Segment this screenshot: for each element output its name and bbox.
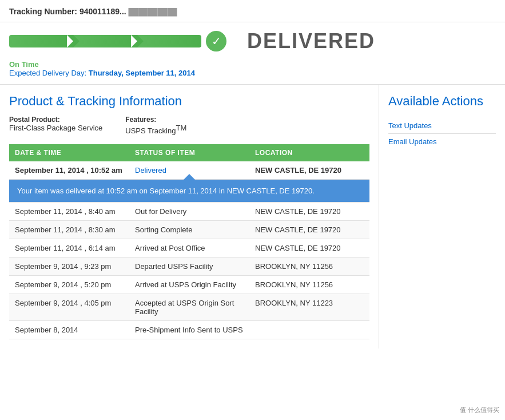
- col-header-location: LOCATION: [249, 144, 369, 161]
- table-row: September 9, 2014 , 5:20 pm Arrived at U…: [9, 276, 369, 294]
- actions-links: Text UpdatesEmail Updates: [388, 118, 496, 149]
- tracking-number-value: 940011189...: [79, 7, 126, 16]
- cell-date: September 11, 2014 , 8:40 am: [9, 203, 129, 221]
- cell-date: September 8, 2014: [9, 321, 129, 339]
- postal-product-group: Postal Product: First-Class Package Serv…: [9, 116, 102, 135]
- progress-bar: ✓: [9, 31, 226, 51]
- delivered-checkmark: ✓: [206, 31, 226, 51]
- cell-location: BROOKLYN, NY 11256: [249, 276, 369, 294]
- tracking-section: Product & Tracking Information Postal Pr…: [0, 85, 379, 348]
- main-content: Product & Tracking Information Postal Pr…: [0, 85, 505, 348]
- cell-date: September 11, 2014 , 10:52 am: [9, 161, 129, 180]
- postal-product-value: First-Class Package Service: [9, 124, 102, 132]
- delivered-link[interactable]: Delivered: [135, 166, 166, 175]
- cell-date: September 11, 2014 , 6:14 am: [9, 239, 129, 257]
- cell-date: September 9, 2014 , 9:23 pm: [9, 257, 129, 276]
- actions-section: Available Actions Text UpdatesEmail Upda…: [379, 85, 505, 348]
- table-row: September 11, 2014 , 8:40 am Out for Del…: [9, 203, 369, 221]
- features-group: Features: USPS TrackingTM: [125, 116, 186, 135]
- top-bar: Tracking Number: 940011189... ██████████: [0, 0, 505, 22]
- features-label: Features:: [125, 116, 186, 124]
- actions-title: Available Actions: [388, 94, 496, 109]
- table-row: September 9, 2014 , 9:23 pm Departed USP…: [9, 257, 369, 276]
- cell-date: September 11, 2014 , 8:30 am: [9, 221, 129, 239]
- col-header-status: STATUS OF ITEM: [129, 144, 249, 161]
- table-row: September 11, 2014 , 8:30 am Sorting Com…: [9, 221, 369, 239]
- delivered-label: DELIVERED: [247, 29, 375, 53]
- tracking-number: Tracking Number: 940011189... ██████████: [9, 7, 177, 16]
- notification-row: Your item was delivered at 10:52 am on S…: [9, 180, 369, 203]
- cell-status: Pre-Shipment Info Sent to USPS: [129, 321, 249, 339]
- progress-section: ✓ DELIVERED: [0, 22, 505, 58]
- cell-status: Arrived at Post Office: [129, 239, 249, 257]
- table-row: September 11, 2014 , 6:14 am Arrived at …: [9, 239, 369, 257]
- features-value: USPS TrackingTM: [125, 126, 186, 135]
- tracking-label: Tracking Number:: [9, 7, 77, 16]
- tracking-blur: ██████████: [129, 8, 177, 16]
- cell-location: NEW CASTLE, DE 19720: [249, 221, 369, 239]
- progress-seg-3: [137, 35, 201, 47]
- expected-label: Expected Delivery Day:: [9, 69, 86, 77]
- progress-seg-1: [9, 35, 73, 47]
- action-link-0[interactable]: Text Updates: [388, 118, 496, 134]
- cell-location: NEW CASTLE, DE 19720: [249, 239, 369, 257]
- cell-location: [249, 321, 369, 339]
- table-row: September 8, 2014 Pre-Shipment Info Sent…: [9, 321, 369, 339]
- cell-status: Arrived at USPS Origin Facility: [129, 276, 249, 294]
- cell-status: Out for Delivery: [129, 203, 249, 221]
- cell-date: September 9, 2014 , 5:20 pm: [9, 276, 129, 294]
- cell-location: NEW CASTLE, DE 19720: [249, 161, 369, 180]
- tracking-section-title: Product & Tracking Information: [9, 94, 369, 109]
- expected-date: Thursday, September 11, 2014: [89, 69, 195, 77]
- postal-product-label: Postal Product:: [9, 116, 102, 124]
- on-time-label: On Time: [9, 60, 496, 69]
- product-info: Postal Product: First-Class Package Serv…: [9, 116, 369, 135]
- action-link-1[interactable]: Email Updates: [388, 134, 496, 149]
- cell-location: BROOKLYN, NY 11256: [249, 257, 369, 276]
- cell-status: Sorting Complete: [129, 221, 249, 239]
- cell-location: BROOKLYN, NY 11223: [249, 294, 369, 321]
- col-header-date: DATE & TIME: [9, 144, 129, 161]
- cell-location: NEW CASTLE, DE 19720: [249, 203, 369, 221]
- cell-status: Departed USPS Facility: [129, 257, 249, 276]
- cell-status: Accepted at USPS Origin Sort Facility: [129, 294, 249, 321]
- expected-delivery: Expected Delivery Day: Thursday, Septemb…: [9, 69, 496, 77]
- delivery-info: On Time Expected Delivery Day: Thursday,…: [0, 58, 505, 85]
- delivery-notification: Your item was delivered at 10:52 am on S…: [9, 180, 369, 202]
- tracking-table: DATE & TIME STATUS OF ITEM LOCATION Sept…: [9, 144, 369, 339]
- table-row: September 9, 2014 , 4:05 pm Accepted at …: [9, 294, 369, 321]
- cell-date: September 9, 2014 , 4:05 pm: [9, 294, 129, 321]
- progress-seg-2: [73, 35, 137, 47]
- table-header-row: DATE & TIME STATUS OF ITEM LOCATION: [9, 144, 369, 161]
